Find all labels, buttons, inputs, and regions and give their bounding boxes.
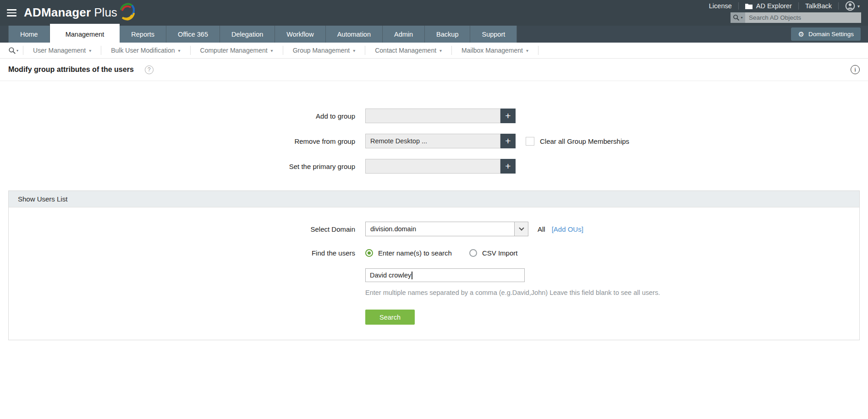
plus-icon: + xyxy=(505,110,511,121)
chevron-down-icon xyxy=(514,222,528,236)
main-nav: Home Management Reports Office 365 Deleg… xyxy=(0,26,868,43)
tab-admin[interactable]: Admin xyxy=(383,26,425,43)
subnav-label: Group Management xyxy=(293,47,350,54)
remove-from-group-label: Remove from group xyxy=(0,137,365,145)
names-input-wrap: David crowley Enter multiple names separ… xyxy=(365,268,859,325)
tab-home[interactable]: Home xyxy=(8,26,50,43)
remove-from-group-plus-button[interactable]: + xyxy=(500,134,516,148)
menu-icon[interactable] xyxy=(7,9,16,18)
names-input-hint: Enter multiple names separated by a comm… xyxy=(365,289,859,296)
tab-management[interactable]: Management xyxy=(50,24,120,43)
subnav-item-mailbox-management[interactable]: Mailbox Management ▾ xyxy=(452,47,538,54)
subnav-label: Bulk User Modification xyxy=(111,47,175,54)
chevron-down-icon: ▾ xyxy=(439,48,442,53)
tab-automation[interactable]: Automation xyxy=(326,26,383,43)
clear-memberships-checkbox[interactable] xyxy=(526,137,534,146)
subnav-item-user-management[interactable]: User Management ▾ xyxy=(23,47,101,54)
chevron-down-icon: ▾ xyxy=(89,48,91,53)
search-button[interactable]: Search xyxy=(365,310,415,325)
chevron-down-icon: ▾ xyxy=(271,48,273,53)
subnav-item-group-management[interactable]: Group Management ▾ xyxy=(283,47,365,54)
search-icon xyxy=(8,47,16,54)
find-users-row: Find the users Enter name(s) to search C… xyxy=(9,249,859,257)
clear-memberships-label: Clear all Group Memberships xyxy=(540,137,629,145)
add-ous-link[interactable]: [Add OUs] xyxy=(552,225,583,233)
page-header: Modify group attributes of the users ? i xyxy=(0,59,868,81)
select-domain-row: Select Domain division.domain All [Add O… xyxy=(9,222,859,236)
chevron-down-icon: ▾ xyxy=(178,48,181,53)
names-input-value: David crowley xyxy=(370,272,411,279)
enter-names-radio-label[interactable]: Enter name(s) to search xyxy=(378,249,452,257)
user-account-menu[interactable]: ▾ xyxy=(839,1,862,11)
set-primary-group-row: Set the primary group + xyxy=(0,159,868,174)
ou-scope-text: All xyxy=(538,225,545,233)
enter-names-radio[interactable] xyxy=(365,249,373,257)
remove-from-group-row: Remove from group Remote Desktop ... + C… xyxy=(0,134,868,148)
user-icon xyxy=(845,1,855,11)
add-to-group-row: Add to group + xyxy=(0,109,868,123)
ad-explorer-link[interactable]: AD Explorer xyxy=(739,2,798,10)
plus-icon: + xyxy=(505,136,511,147)
domain-settings-button[interactable]: ⚙ Domain Settings xyxy=(791,27,861,41)
logo-swoosh-icon xyxy=(118,1,135,21)
logo-text-light: Plus xyxy=(94,5,117,20)
add-to-group-label: Add to group xyxy=(0,112,365,120)
tab-office-365[interactable]: Office 365 xyxy=(166,26,220,43)
domain-select-value: division.domain xyxy=(366,222,514,236)
show-users-list-panel: Show Users List Select Domain division.d… xyxy=(8,190,860,340)
talkback-link[interactable]: TalkBack xyxy=(799,2,838,10)
search-scope-button[interactable]: ▾ xyxy=(731,12,745,23)
subnav-label: User Management xyxy=(33,47,86,54)
folder-icon xyxy=(745,3,753,9)
remove-from-group-input[interactable]: Remote Desktop ... xyxy=(365,134,500,148)
page-title: Modify group attributes of the users xyxy=(8,65,134,74)
tab-backup[interactable]: Backup xyxy=(425,26,470,43)
plus-icon: + xyxy=(505,161,511,172)
chevron-down-icon: ▾ xyxy=(526,48,528,53)
tab-delegation[interactable]: Delegation xyxy=(220,26,275,43)
set-primary-group-input[interactable] xyxy=(365,159,500,174)
gear-icon: ⚙ xyxy=(798,31,804,38)
talkback-label: TalkBack xyxy=(805,2,832,10)
tab-reports[interactable]: Reports xyxy=(120,26,166,43)
chevron-down-icon: ▾ xyxy=(353,48,355,53)
set-primary-group-plus-button[interactable]: + xyxy=(500,159,516,174)
subnav-label: Mailbox Management xyxy=(461,47,523,54)
tab-workflow[interactable]: Workflow xyxy=(275,26,325,43)
help-glyph: ? xyxy=(148,66,151,73)
logo-text-bold: ADManager xyxy=(24,5,91,20)
subnav-search-button[interactable]: ▾ xyxy=(4,47,23,54)
info-icon[interactable]: i xyxy=(851,65,860,74)
top-bar: ADManager Plus License AD Explorer TalkB… xyxy=(0,0,868,26)
subnav-item-bulk-user-modification[interactable]: Bulk User Modification ▾ xyxy=(101,47,190,54)
panel-body: Select Domain division.domain All [Add O… xyxy=(9,207,859,340)
subnav-item-computer-management[interactable]: Computer Management ▾ xyxy=(191,47,283,54)
remove-from-group-value: Remote Desktop ... xyxy=(370,137,427,145)
divider xyxy=(538,46,538,55)
subnav-label: Computer Management xyxy=(200,47,268,54)
chevron-down-icon: ▾ xyxy=(16,49,18,53)
add-to-group-plus-button[interactable]: + xyxy=(500,109,516,123)
help-icon[interactable]: ? xyxy=(145,65,154,74)
subnav-item-contact-management[interactable]: Contact Management ▾ xyxy=(365,47,451,54)
top-links: License AD Explorer TalkBack ▾ xyxy=(703,0,862,12)
add-to-group-input[interactable] xyxy=(365,109,500,123)
search-icon xyxy=(733,14,740,21)
domain-select[interactable]: division.domain xyxy=(365,222,528,236)
group-attributes-form: Add to group + Remove from group Remote … xyxy=(0,81,868,174)
license-label: License xyxy=(709,2,732,10)
set-primary-group-label: Set the primary group xyxy=(0,163,365,170)
text-cursor xyxy=(412,272,412,279)
tab-support[interactable]: Support xyxy=(470,26,517,43)
search-input[interactable] xyxy=(745,12,861,23)
clear-memberships-group: Clear all Group Memberships xyxy=(526,137,629,146)
info-glyph: i xyxy=(854,66,856,73)
csv-import-radio[interactable] xyxy=(469,249,477,257)
find-users-label: Find the users xyxy=(9,249,365,257)
csv-import-radio-label[interactable]: CSV Import xyxy=(482,249,518,257)
license-link[interactable]: License xyxy=(703,2,738,10)
subnav-label: Contact Management xyxy=(375,47,436,54)
names-input[interactable]: David crowley xyxy=(365,268,525,282)
management-subnav: ▾ User Management ▾ Bulk User Modificati… xyxy=(0,43,868,59)
ad-explorer-label: AD Explorer xyxy=(756,2,792,10)
